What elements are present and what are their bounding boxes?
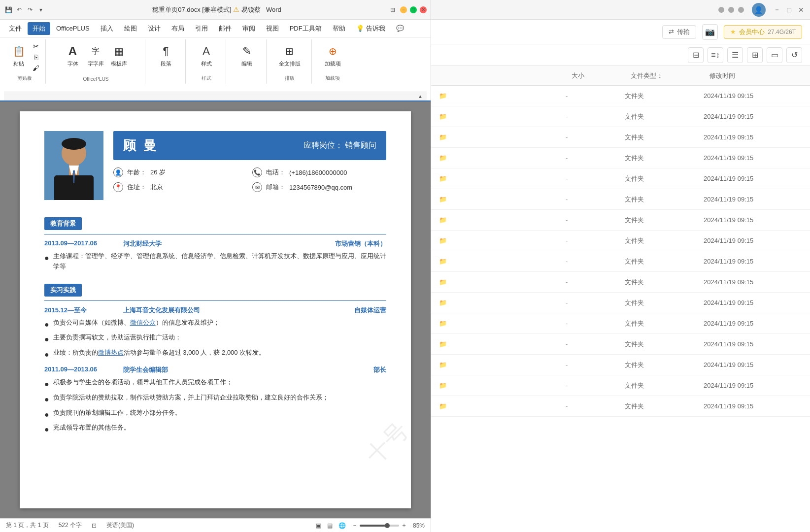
paste-button[interactable]: 📋 粘贴 [8,41,30,73]
menu-review[interactable]: 审阅 [237,22,260,35]
table-row[interactable]: 📁 - 文件夹 2024/11/19 09:15 [431,293,810,313]
template-lib-button[interactable]: ▦ 模板库 [108,41,130,69]
preview-view-icon[interactable]: ▭ [767,47,782,63]
ribbon-toggle-icon[interactable]: ⊟ [388,5,397,14]
zoom-level[interactable]: 85% [413,522,425,529]
table-row[interactable]: 📁 - 文件夹 2024/11/19 09:15 [431,251,810,272]
menu-references[interactable]: 引用 [190,22,213,35]
refresh-icon[interactable]: ↺ [786,47,802,63]
list-view-icon[interactable]: ☰ [727,47,743,63]
camera-icon[interactable]: 📷 [702,24,718,40]
transmit-button[interactable]: ⇄ 传输 [662,25,696,39]
phone-info: 📞 电话： (+186)18600000000 [252,167,386,177]
maximize-button[interactable]: □ [410,6,417,13]
folder-icon: 📁 [439,216,447,224]
zoom-control[interactable]: － ＋ [352,521,407,530]
menu-insert[interactable]: 插入 [96,22,118,35]
member-button[interactable]: ★ 会员中心 27.4G/26T [724,25,802,39]
language[interactable]: 英语(美国) [106,521,134,530]
table-row[interactable]: 📁 - 文件夹 2024/11/19 09:15 [431,106,810,127]
full-layout-button[interactable]: ⊞ 全文排版 [276,41,304,69]
win-max[interactable]: □ [787,6,791,14]
menu-mail[interactable]: 邮件 [214,22,236,35]
close-button[interactable]: ✕ [420,6,427,13]
sort-icon[interactable]: ≡↕ [708,47,723,63]
win-close[interactable]: ✕ [798,6,804,14]
menu-help[interactable]: 帮助 [328,22,350,35]
document-area[interactable]: 顾 曼 应聘岗位： 销售顾问 👤 年龄： 26 岁 � [0,101,431,518]
fm-col-size-header[interactable]: 大小 [566,71,625,80]
document-title: 稳重单页07.docx [兼容模式] ⚠ 易锐蔡 Word [48,5,385,14]
menu-pdf[interactable]: PDF工具箱 [285,22,327,35]
exp1-date: 2015.12—至今 [44,306,113,315]
fm-col-date-header[interactable]: 修改时间 [704,71,802,80]
user-avatar[interactable]: 👤 [752,3,766,17]
menu-draw[interactable]: 绘图 [119,22,142,35]
internship-section-title: 实习实践 [44,284,82,297]
view-normal-icon[interactable]: ▣ [316,522,321,529]
grid-view-icon[interactable]: ⊞ [747,47,763,63]
redo-icon[interactable]: ↷ [26,5,34,14]
zoom-minus[interactable]: － [352,521,358,530]
save-icon[interactable]: 💾 [4,5,13,14]
customize-icon[interactable]: ▾ [36,5,45,14]
format-painter-button[interactable]: 🖌 [31,63,41,73]
menu-layout[interactable]: 布局 [167,22,189,35]
education-section-title: 教育背景 [44,217,82,230]
table-row[interactable]: 📁 - 文件夹 2024/11/19 09:15 [431,272,810,293]
win-min[interactable]: － [774,5,780,14]
paragraph-button[interactable]: ¶ 段落 [155,41,177,69]
folder-icon: 📁 [439,361,447,368]
cut-icon: ✂ [33,42,39,50]
full-layout-icon: ⊞ [282,43,298,59]
menu-search[interactable]: 💡告诉我 [351,22,390,35]
font-button[interactable]: A 字体 [62,41,84,69]
svg-point-2 [62,138,86,150]
ribbon-collapse-button[interactable]: ▲ [4,92,427,100]
view-web-icon[interactable]: 🌐 [338,522,346,529]
addins-button[interactable]: ⊕ 加载项 [322,41,344,69]
zoom-slider[interactable] [360,525,399,527]
table-row[interactable]: 📁 - 文件夹 2024/11/19 09:15 [431,210,810,231]
table-row[interactable]: 📁 - 文件夹 2024/11/19 09:15 [431,313,810,334]
position-info: 应聘岗位： 销售顾问 [304,140,376,151]
fm-title-bar: 👤 － □ ✕ [431,0,810,20]
menu-design[interactable]: 设计 [143,22,166,35]
table-row[interactable]: 📁 - 文件夹 2024/11/19 09:15 [431,396,810,417]
folder-icon: 📁 [439,299,447,306]
table-row[interactable]: 📁 - 文件夹 2024/11/19 09:15 [431,231,810,251]
menu-comment[interactable]: 💬 [391,23,409,34]
menu-file[interactable]: 文件 [4,22,27,35]
fm-maximize-button[interactable] [728,7,734,13]
edit-button[interactable]: ✎ 编辑 [236,41,258,69]
folder-icon: 📁 [439,340,447,348]
view-print-icon[interactable]: ▤ [327,522,333,529]
undo-icon[interactable]: ↶ [15,5,24,14]
zoom-plus[interactable]: ＋ [401,521,407,530]
paragraph-icon: ¶ [158,43,174,59]
fm-minimize-button[interactable] [718,7,724,13]
minimize-button[interactable]: － [400,6,407,13]
table-row[interactable]: 📁 - 文件夹 2024/11/19 09:15 [431,189,810,210]
font-lib-button[interactable]: 字 字字库 [85,41,107,69]
exp1-bullet3: ● 业绩：所负责的微博热点活动参与量单条超过 3,000 人，获 2,000 次… [44,348,386,361]
filter-icon[interactable]: ⊟ [688,47,704,63]
copy-button[interactable]: ⎘ [31,52,41,62]
table-row[interactable]: 📁 - 文件夹 2024/11/19 09:15 [431,168,810,189]
fm-col-type-header[interactable]: 文件类型 ↕ [625,71,704,80]
menu-home[interactable]: 开始 [28,22,50,35]
table-row[interactable]: 📁 - 文件夹 2024/11/19 09:15 [431,86,810,106]
menu-view[interactable]: 视图 [261,22,284,35]
cursor-icon[interactable]: ⊡ [92,522,97,529]
ribbon-group-addins: ⊕ 加载项 加载项 [313,39,352,84]
table-row[interactable]: 📁 - 文件夹 2024/11/19 09:15 [431,148,810,168]
table-row[interactable]: 📁 - 文件夹 2024/11/19 09:15 [431,127,810,148]
table-row[interactable]: 📁 - 文件夹 2024/11/19 09:15 [431,334,810,355]
fm-close-button[interactable] [738,7,744,13]
styles-button[interactable]: A 样式 [196,41,217,69]
table-row[interactable]: 📁 - 文件夹 2024/11/19 09:15 [431,355,810,375]
menu-officeplus[interactable]: OfficePLUS [51,23,95,34]
table-row[interactable]: 📁 - 文件夹 2024/11/19 09:15 [431,375,810,396]
cut-button[interactable]: ✂ [31,41,41,51]
ribbon-group-paragraph: ¶ 段落 x [146,39,186,84]
